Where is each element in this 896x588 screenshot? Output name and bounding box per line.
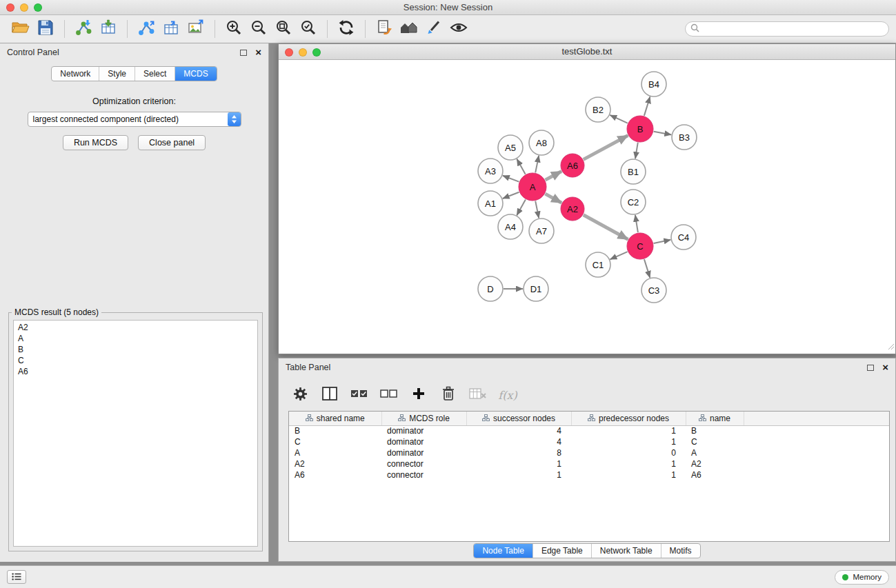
table-cell[interactable]: 1	[571, 425, 686, 436]
import-network-button[interactable]	[71, 17, 96, 41]
table-cell[interactable]: connector	[381, 458, 466, 469]
zoom-out-button[interactable]	[246, 17, 271, 41]
network-close-button[interactable]	[285, 48, 293, 57]
minimize-window-button[interactable]	[20, 3, 28, 12]
add-column-button[interactable]	[408, 385, 429, 405]
graph-node-D[interactable]: D	[478, 276, 503, 301]
graph-node-B1[interactable]: B1	[621, 159, 646, 184]
import-table-button[interactable]	[96, 17, 121, 41]
graph-edge-C-C1[interactable]	[610, 252, 627, 259]
table-cell[interactable]: dominator	[381, 447, 466, 458]
graph-edge-A-A8[interactable]	[535, 156, 539, 173]
graph-node-D1[interactable]: D1	[524, 276, 548, 301]
column-header-successor-nodes[interactable]: successor nodes	[466, 412, 571, 425]
table-cell[interactable]: A	[686, 447, 744, 458]
close-panel-icon[interactable]: ×	[255, 48, 261, 57]
table-cell[interactable]: 4	[466, 436, 571, 447]
zoom-in-button[interactable]	[221, 17, 246, 41]
column-header-shared-name[interactable]: shared name	[289, 412, 381, 425]
table-cell[interactable]: 0	[571, 447, 686, 458]
graph-edge-B-B2[interactable]	[610, 115, 628, 123]
graph-edge-A-A7[interactable]	[535, 201, 539, 219]
graph-node-C2[interactable]: C2	[621, 190, 646, 214]
graph-edge-A-A2[interactable]	[545, 194, 561, 203]
graph-edge-C-C2[interactable]	[635, 215, 638, 232]
network-zoom-button[interactable]	[312, 48, 321, 57]
network-window-titlebar[interactable]: testGlobe.txt	[279, 44, 895, 60]
float-panel-icon[interactable]	[867, 365, 874, 371]
graph-edge-A-A6[interactable]	[546, 172, 562, 181]
graph-node-C1[interactable]: C1	[586, 252, 610, 277]
graph-node-B3[interactable]: B3	[672, 125, 697, 150]
table-cell[interactable]: A2	[686, 458, 744, 469]
table-cell[interactable]: C	[289, 436, 381, 447]
graph-edge-B-B4[interactable]	[644, 97, 650, 116]
tab-style[interactable]: Style	[99, 67, 135, 81]
graph-edge-B-B1[interactable]	[635, 143, 638, 159]
mcds-result-item[interactable]: A2	[14, 322, 257, 333]
mcds-result-item[interactable]: B	[14, 344, 257, 355]
graph-node-A4[interactable]: A4	[498, 214, 523, 239]
table-cell[interactable]: 1	[571, 436, 686, 447]
table-cell[interactable]: 4	[466, 425, 571, 436]
graph-node-B4[interactable]: B4	[641, 72, 666, 97]
graph-node-A[interactable]: A	[519, 173, 546, 201]
run-mcds-button[interactable]: Run MCDS	[63, 135, 128, 150]
graph-node-C4[interactable]: C4	[671, 225, 696, 250]
table-cell[interactable]: dominator	[381, 425, 466, 436]
graph-node-C[interactable]: C	[627, 233, 653, 259]
table-cell[interactable]: C	[686, 436, 744, 447]
delete-table-button[interactable]	[468, 385, 488, 405]
graph-edge-A6-B[interactable]	[584, 136, 628, 160]
graph-edge-A-A5[interactable]	[517, 159, 525, 174]
home-button[interactable]	[397, 17, 421, 41]
tab-network[interactable]: Network	[52, 67, 99, 81]
table-row[interactable]: Cdominator41C	[289, 436, 889, 447]
column-header-predecessor-nodes[interactable]: predecessor nodes	[571, 412, 686, 425]
column-header-name[interactable]: name	[686, 412, 744, 425]
mcds-result-list[interactable]: A2ABCA6	[13, 320, 258, 547]
show-hide-button[interactable]	[446, 17, 471, 41]
mcds-result-item[interactable]: A6	[14, 366, 257, 377]
close-panel-button[interactable]: Close panel	[138, 135, 206, 150]
table-row[interactable]: Bdominator41B	[289, 425, 889, 436]
delete-column-button[interactable]	[438, 385, 459, 405]
style-brush-button[interactable]	[421, 17, 446, 41]
graph-node-B2[interactable]: B2	[586, 97, 610, 122]
tab-select[interactable]: Select	[135, 67, 175, 81]
open-session-button[interactable]	[8, 17, 33, 41]
table-cell[interactable]: connector	[381, 469, 466, 480]
tab-motifs[interactable]: Motifs	[661, 544, 700, 558]
zoom-fit-button[interactable]	[271, 17, 296, 41]
graph-node-A8[interactable]: A8	[529, 130, 554, 155]
close-panel-icon[interactable]: ×	[882, 363, 888, 372]
table-cell[interactable]: 1	[466, 469, 571, 480]
function-builder-button[interactable]: f(x)	[497, 385, 518, 405]
show-panels-button[interactable]	[7, 570, 26, 584]
table-cell[interactable]: A	[289, 447, 381, 458]
table-cell[interactable]: B	[289, 425, 381, 436]
graph-edge-A-A1[interactable]	[503, 192, 519, 199]
float-panel-icon[interactable]	[240, 50, 247, 56]
table-row[interactable]: Adominator80A	[289, 447, 889, 458]
table-cell[interactable]: A6	[289, 469, 381, 480]
table-cell[interactable]: A6	[686, 469, 744, 480]
graph-node-A2[interactable]: A2	[561, 197, 584, 221]
graph-edge-A2-C[interactable]	[584, 215, 628, 240]
table-settings-button[interactable]	[290, 385, 310, 405]
graph-edge-C-C3[interactable]	[644, 259, 650, 278]
export-network-button[interactable]	[134, 17, 159, 41]
criterion-dropdown[interactable]: largest connected component (directed)	[28, 112, 241, 127]
graph-node-A1[interactable]: A1	[478, 191, 503, 216]
deselect-all-button[interactable]	[379, 385, 399, 405]
select-all-button[interactable]	[349, 385, 370, 405]
refresh-button[interactable]	[334, 17, 359, 41]
memory-button[interactable]: Memory	[835, 570, 889, 585]
graph-node-A6[interactable]: A6	[561, 154, 584, 177]
mcds-result-item[interactable]: C	[14, 355, 257, 366]
network-canvas[interactable]: AA6A2BCA1A3A4A5A7A8B1B2B3B4C1C2C3C4DD1	[279, 60, 895, 354]
table-cell[interactable]: 1	[466, 458, 571, 469]
table-row[interactable]: A6connector11A6	[289, 469, 889, 480]
zoom-selected-button[interactable]	[296, 17, 321, 41]
open-document-button[interactable]	[372, 17, 397, 41]
